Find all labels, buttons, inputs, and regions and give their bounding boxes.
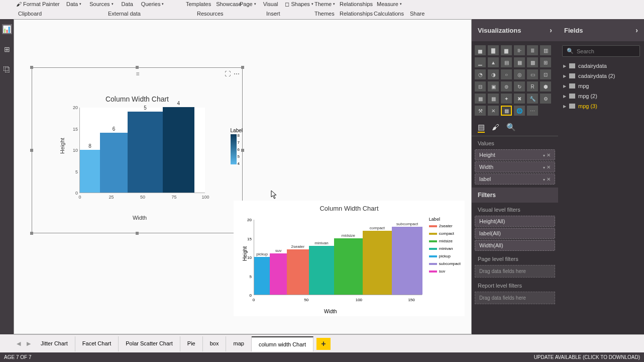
viz-type-tile[interactable]: ✦ (501, 94, 512, 104)
expand-icon[interactable]: ▶ (563, 104, 566, 109)
viz-type-tile[interactable]: R (527, 81, 538, 92)
sources-menu[interactable]: Sources▾ (88, 0, 114, 8)
page-tab[interactable]: Jitter Chart (34, 336, 75, 351)
report-view-icon[interactable]: 📊 (2, 24, 12, 34)
data-view-icon[interactable]: ⊞ (2, 44, 12, 54)
remove-field-icon[interactable]: ✕ (547, 152, 551, 158)
chart1-bar[interactable] (163, 107, 194, 193)
chart1-bar[interactable] (100, 133, 128, 193)
expand-icon[interactable]: ▶ (563, 64, 566, 68)
field-table-item[interactable]: ▶mpg (2) (558, 91, 644, 101)
viz-type-tile[interactable]: ▩ (527, 57, 538, 67)
legend-item[interactable]: suv (429, 269, 461, 274)
viz-type-tile[interactable]: ◑ (488, 69, 499, 79)
viz-type-tile[interactable]: ○ (501, 69, 512, 79)
data2-menu[interactable]: Data (121, 0, 134, 8)
theme-menu[interactable]: Theme▾ (313, 0, 336, 8)
visual-button[interactable]: Visual (262, 0, 279, 8)
resize-handle[interactable] (241, 66, 244, 69)
viz-type-tile[interactable]: ⚒ (475, 106, 486, 116)
viz-type-tile[interactable]: ⊪ (514, 45, 525, 55)
page-tab[interactable]: map (226, 336, 251, 351)
value-well[interactable]: Height▾ ✕ (475, 149, 555, 160)
viz-type-tile[interactable]: ▇ (488, 45, 499, 55)
drag-handle-icon[interactable]: ≡ (136, 70, 138, 77)
field-table-item[interactable]: ▶cadairydata (2) (558, 71, 644, 81)
field-table-item[interactable]: ▶cadairydata (558, 61, 644, 71)
chart2-bar[interactable] (287, 249, 309, 295)
viz-type-tile[interactable]: ◔ (475, 69, 486, 79)
value-well[interactable]: label▾ ✕ (475, 173, 555, 185)
page-tab[interactable]: box (203, 336, 227, 351)
page-menu[interactable]: Page▾ (239, 0, 257, 8)
legend-item[interactable]: pickup (429, 254, 461, 258)
field-table-item[interactable]: ▶mpg (3) (558, 101, 644, 111)
value-well[interactable]: Width▾ ✕ (475, 161, 555, 172)
expand-icon[interactable]: ▶ (563, 74, 566, 78)
fields-tab-icon[interactable]: ▤ (478, 123, 485, 133)
chart2-bar[interactable] (363, 231, 392, 295)
viz-type-tile[interactable]: ▣ (488, 81, 499, 92)
measure-menu[interactable]: Measure▾ (376, 0, 403, 8)
focus-mode-icon[interactable]: ⛶ (225, 70, 231, 77)
templates-button[interactable]: Templates (185, 0, 212, 8)
chart-visual-1[interactable]: ≡ ⛶ ⋯ Column Width Chart Height 05101520… (32, 67, 243, 233)
legend-item[interactable]: minivan (429, 246, 461, 251)
page-tab[interactable]: Pie (180, 336, 203, 351)
viz-type-tile[interactable]: ⬢ (540, 81, 551, 92)
resize-handle[interactable] (30, 232, 33, 235)
chart1-bar[interactable] (80, 150, 100, 193)
chart2-bar[interactable] (309, 246, 334, 295)
report-canvas[interactable]: ≡ ⛶ ⋯ Column Width Chart Height 05101520… (14, 19, 472, 334)
viz-type-tile[interactable]: ▦ (514, 57, 525, 67)
viz-type-tile[interactable]: ▁ (475, 57, 486, 67)
add-page-button[interactable]: + (316, 338, 331, 350)
viz-type-tile[interactable]: ▥ (540, 45, 551, 55)
viz-type-tile[interactable]: ⋯ (527, 106, 538, 116)
viz-type-tile[interactable]: ⊟ (475, 81, 486, 92)
resize-handle[interactable] (30, 149, 33, 152)
viz-type-tile[interactable]: ▦ (501, 106, 512, 116)
viz-type-tile[interactable]: ⊚ (501, 81, 512, 92)
format-painter-button[interactable]: 🖌 Format Painter (15, 0, 61, 8)
chart1-bar[interactable] (128, 112, 163, 193)
analytics-tab-icon[interactable]: 🔍 (506, 123, 516, 133)
viz-type-tile[interactable]: ▭ (527, 69, 538, 79)
data-menu[interactable]: Data▾ (65, 0, 82, 8)
queries-menu[interactable]: Queries▾ (140, 0, 165, 8)
page-tab[interactable]: Facet Chart (75, 336, 119, 351)
viz-type-tile[interactable]: ✕ (488, 106, 499, 116)
viz-type-tile[interactable]: ✖ (514, 94, 525, 104)
expand-icon[interactable]: ▶ (563, 94, 566, 99)
filter-well[interactable]: Width(All) (475, 240, 555, 251)
viz-type-tile[interactable]: ▦ (475, 94, 486, 104)
viz-type-tile[interactable]: ↻ (514, 81, 525, 92)
report-filter-drop[interactable]: Drag data fields here (475, 292, 555, 304)
viz-type-tile[interactable]: ▲ (488, 57, 499, 67)
viz-type-tile[interactable]: ≣ (527, 45, 538, 55)
more-options-icon[interactable]: ⋯ (234, 70, 240, 77)
relationships-button[interactable]: Relationships (339, 0, 374, 8)
chart2-bar[interactable] (334, 238, 363, 295)
legend-item[interactable]: compact (429, 231, 461, 236)
remove-field-icon[interactable]: ✕ (547, 164, 551, 170)
viz-type-tile[interactable]: ◎ (514, 69, 525, 79)
filter-well[interactable]: Height(All) (475, 216, 555, 227)
filter-well[interactable]: label(All) (475, 228, 555, 239)
page-next-button[interactable]: ▶ (24, 340, 34, 347)
viz-type-tile[interactable]: 🌐 (514, 106, 525, 116)
chart2-bar[interactable] (270, 253, 287, 295)
field-table-item[interactable]: ▶mpg (558, 81, 644, 91)
remove-field-icon[interactable]: ✕ (547, 176, 551, 182)
format-tab-icon[interactable]: 🖌 (492, 123, 499, 133)
viz-type-tile[interactable]: 🔧 (527, 94, 538, 104)
resize-handle[interactable] (136, 232, 139, 235)
page-tab[interactable]: Polar Scatter Chart (119, 336, 180, 351)
legend-item[interactable]: midsize (429, 239, 461, 243)
viz-type-tile[interactable]: ⊞ (540, 57, 551, 67)
viz-type-tile[interactable]: ⊡ (540, 69, 551, 79)
chart2-bar[interactable] (254, 257, 270, 295)
resize-handle[interactable] (136, 66, 139, 69)
visualizations-header[interactable]: Visualizations› (472, 19, 558, 41)
fields-header[interactable]: Fields› (558, 19, 644, 41)
